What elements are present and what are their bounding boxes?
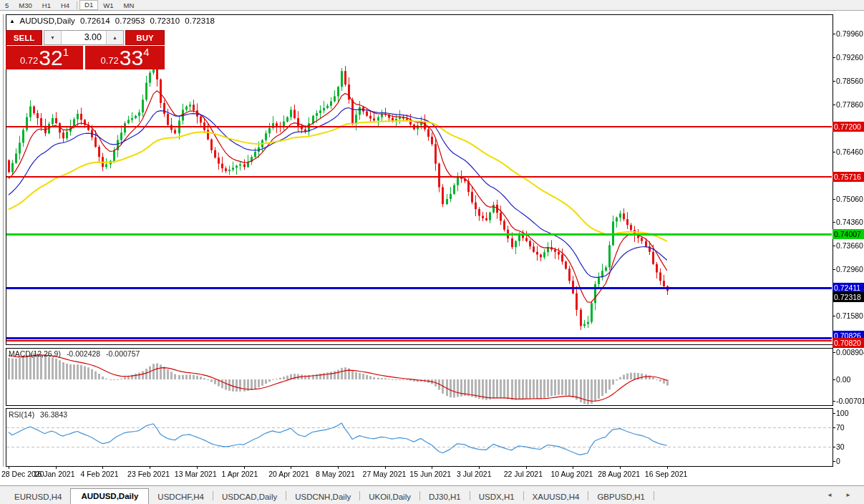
price-axis-label: 0.78560: [836, 77, 864, 85]
symbol-tab[interactable]: GBPUSD,H1: [588, 490, 653, 504]
date-axis-label: 3 Jul 2021: [457, 470, 491, 478]
symbol-tab[interactable]: UKOil,Daily: [360, 490, 419, 504]
symbol-tab-bar: EURUSD,H4AUDUSD,DailyUSDCHF,H4USDCAD,Dai…: [0, 485, 864, 504]
symbol-tab[interactable]: USDX,H1: [470, 490, 523, 504]
price-level-chip: 0.75716: [833, 172, 864, 182]
tab-divider: [654, 491, 654, 500]
chart-canvas[interactable]: [0, 0, 864, 504]
sell-price-pip: 1: [63, 47, 69, 57]
price-axis-label: 0.79260: [836, 53, 864, 62]
buy-price-pip: 4: [143, 47, 149, 57]
date-axis-label: 23 Feb 2021: [127, 470, 170, 478]
rsi-name: RSI(14): [9, 410, 34, 419]
ohlc-open: 0.72614: [80, 16, 110, 25]
price-axis-label: 0.76460: [836, 147, 864, 156]
sell-price-prefix: 0.72: [20, 53, 38, 69]
symbol-tab[interactable]: USDCAD,Daily: [213, 490, 286, 504]
symbol-tab[interactable]: EURUSD,H4: [6, 490, 70, 504]
rsi-axis-label: 70: [836, 423, 864, 432]
date-axis-label: 16 Jan 2021: [34, 470, 75, 478]
rsi-value: 36.3843: [40, 410, 67, 419]
date-axis-label: 16 Sep 2021: [645, 470, 688, 478]
price-axis-label: 0.73660: [836, 241, 864, 250]
date-axis-label: 10 Aug 2021: [550, 470, 593, 478]
macd-axis-label: 0.008904: [836, 348, 864, 357]
price-axis-label: 0.74360: [836, 218, 864, 226]
price-level-chip: 0.72411: [833, 283, 864, 293]
date-axis-label: 20 Apr 2021: [268, 470, 309, 478]
rsi-axis-label: 0: [836, 457, 864, 465]
one-click-trade-widget: SELL ▼ 3.00 ▲ BUY 0.72 32 1 0.72 33 4: [6, 30, 165, 69]
trading-terminal-window: 5 M30 H1 H4 D1 W1 MN ▲ AUDUSD,Daily 0.72…: [0, 0, 864, 504]
price-level-chip: 0.77200: [833, 122, 864, 132]
date-axis-label: 27 May 2021: [363, 470, 407, 478]
date-axis-label: 13 Mar 2021: [175, 470, 217, 478]
macd-name: MACD(12,26,9): [9, 349, 61, 358]
symbol-tab[interactable]: AUDUSD,Daily: [70, 488, 149, 504]
price-axis-label: 0.72960: [836, 265, 864, 273]
symbol-tab[interactable]: XAUUSD,H4: [524, 490, 588, 504]
volume-input[interactable]: 3.00: [62, 31, 106, 44]
sell-price-big: 32: [39, 47, 62, 69]
symbol-tab[interactable]: USDCNH,Daily: [286, 490, 359, 504]
macd-value-1: -0.002428: [67, 349, 100, 358]
price-level-chip: 0.70820: [833, 338, 864, 348]
current-price-chip: 0.72318: [833, 292, 864, 302]
date-axis-label: 15 Jun 2021: [409, 470, 451, 478]
buy-button[interactable]: BUY: [125, 30, 165, 45]
price-level-chip: 0.74007: [833, 229, 864, 239]
volume-increase-button[interactable]: ▲: [106, 31, 123, 44]
macd-label: MACD(12,26,9) -0.002428 -0.000757: [9, 349, 143, 358]
macd-value-2: -0.000757: [106, 349, 140, 358]
chart-symbol-label: AUDUSD,Daily: [19, 16, 74, 25]
volume-decrease-button[interactable]: ▼: [44, 31, 62, 44]
symbol-tab[interactable]: DJ30,H1: [420, 490, 470, 504]
sell-button[interactable]: SELL: [6, 30, 42, 45]
date-axis-label: 28 Aug 2021: [598, 470, 640, 478]
rsi-axis-label: 30: [836, 442, 864, 451]
rsi-label: RSI(14) 36.3843: [9, 410, 71, 419]
date-axis-label: 8 May 2021: [316, 470, 355, 478]
price-axis-label: 0.71580: [836, 311, 864, 320]
buy-price-prefix: 0.72: [100, 53, 118, 69]
macd-axis-label: -0.00701: [836, 397, 864, 405]
chart-title: ▲ AUDUSD,Daily 0.72614 0.72953 0.72310 0…: [9, 16, 218, 25]
volume-spinner: ▼ 3.00 ▲: [44, 30, 124, 45]
rsi-axis-label: 100: [836, 409, 864, 417]
tab-scroll-right-icon[interactable]: ►: [845, 492, 857, 498]
buy-price-big: 33: [120, 47, 143, 69]
price-axis-label: 0.79960: [836, 29, 864, 38]
buy-price-tile[interactable]: 0.72 33 4: [85, 46, 165, 69]
price-axis-label: 0.77860: [836, 100, 864, 109]
window-left-edge: [3, 14, 4, 467]
ohlc-high: 0.72953: [115, 16, 145, 25]
collapse-icon[interactable]: ▲: [9, 18, 15, 24]
tab-scroll-left-icon[interactable]: ◄: [827, 492, 838, 498]
date-axis-label: 1 Apr 2021: [222, 470, 258, 478]
sell-price-tile[interactable]: 0.72 32 1: [6, 46, 83, 69]
ohlc-close: 0.72318: [185, 16, 215, 25]
symbol-tab[interactable]: USDCHF,H4: [149, 490, 213, 504]
date-axis-label: 4 Feb 2021: [80, 470, 118, 478]
date-axis-label: 22 Jul 2021: [504, 470, 543, 478]
ohlc-low: 0.72310: [150, 16, 180, 25]
macd-axis-label: 0.00: [836, 375, 864, 384]
price-axis-label: 0.75060: [836, 195, 864, 203]
